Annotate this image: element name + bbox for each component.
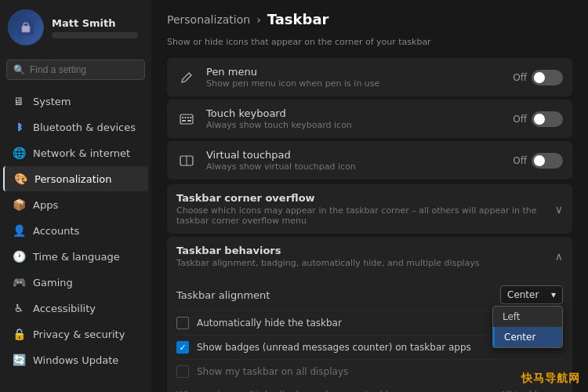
update-icon: 🔄 — [13, 354, 25, 366]
pen-menu-text: Pen menu Show pen menu icon when pen is … — [206, 66, 503, 89]
sidebar-item-label-update: Windows Update — [33, 354, 118, 366]
touch-keyboard-toggle-track[interactable] — [532, 111, 563, 127]
search-box[interactable]: 🔍 — [6, 60, 145, 80]
sidebar-item-apps[interactable]: 📦 Apps — [3, 192, 148, 217]
alignment-dropdown-menu: Left Center — [492, 306, 563, 348]
svg-rect-7 — [187, 120, 191, 122]
user-info: Matt Smith — [52, 17, 138, 38]
svg-rect-1 — [180, 114, 193, 124]
sidebar-item-update[interactable]: 🔄 Windows Update — [3, 347, 148, 372]
pen-menu-toggle[interactable]: Off — [513, 70, 563, 85]
nav-list: 🖥 System Bluetooth & devices 🌐 Network &… — [0, 85, 151, 392]
scroll-area: Show or hide icons that appear on the co… — [151, 34, 588, 392]
sidebar-item-accessibility[interactable]: ♿ Accessibility — [3, 296, 148, 321]
search-input[interactable] — [30, 64, 147, 75]
corner-overflow-chevron: ∨ — [555, 203, 563, 216]
sidebar-item-time[interactable]: 🕐 Time & language — [3, 244, 148, 269]
pen-menu-toggle-thumb — [534, 72, 545, 83]
sidebar-item-network[interactable]: 🌐 Network & internet — [3, 140, 148, 165]
time-icon: 🕐 — [13, 250, 25, 263]
alignment-dropdown-container: Center ▾ Left Center — [500, 285, 563, 304]
virtual-touchpad-subtitle: Always show virtual touchpad icon — [206, 162, 503, 172]
sidebar-item-personalization[interactable]: 🎨 Personalization — [3, 166, 148, 191]
alldisplays-checkbox[interactable] — [176, 365, 189, 378]
personalization-icon: 🎨 — [14, 172, 27, 185]
breadcrumb-sep: › — [256, 13, 261, 26]
pen-menu-title: Pen menu — [206, 66, 503, 78]
pen-menu-icon — [176, 67, 197, 88]
virtual-touchpad-icon — [176, 151, 197, 171]
main-content: Personalization › Taskbar Show or hide i… — [151, 0, 588, 392]
virtual-touchpad-toggle[interactable]: Off — [513, 153, 563, 169]
alldisplays-label: Show my taskbar on all displays — [197, 366, 348, 377]
virtual-touchpad-toggle-track[interactable] — [532, 153, 563, 169]
privacy-icon: 🔒 — [13, 328, 25, 340]
behaviors-title: Taskbar behaviors — [176, 245, 479, 256]
breadcrumb: Personalization › Taskbar — [151, 0, 588, 34]
sidebar-item-bluetooth[interactable]: Bluetooth & devices — [3, 114, 148, 140]
behaviors-header-text: Taskbar behaviors Taskbar alignment, bad… — [176, 245, 479, 268]
behaviors-content: Taskbar alignment Center ▾ Left Center — [167, 276, 572, 392]
badges-checkmark: ✓ — [179, 343, 186, 353]
badges-checkbox[interactable]: ✓ — [176, 341, 189, 354]
user-subtitle — [52, 32, 138, 38]
touch-keyboard-toggle-label: Off — [513, 114, 527, 125]
touch-keyboard-row: Touch keyboard Always show touch keyboar… — [167, 100, 572, 138]
touch-keyboard-text: Touch keyboard Always show touch keyboar… — [206, 107, 503, 130]
sidebar-item-accounts[interactable]: 👤 Accounts — [3, 218, 148, 243]
sidebar-item-label-time: Time & language — [33, 251, 120, 263]
touch-keyboard-title: Touch keyboard — [206, 107, 503, 119]
corner-overflow-title: Taskbar corner overflow — [176, 192, 555, 204]
user-badge-icon — [18, 20, 34, 35]
alignment-option-center[interactable]: Center — [493, 327, 562, 347]
alignment-dropdown-button[interactable]: Center ▾ — [500, 285, 563, 304]
user-header[interactable]: Matt Smith — [0, 0, 151, 55]
sidebar-item-label-accessibility: Accessibility — [33, 303, 96, 314]
svg-rect-4 — [187, 117, 189, 118]
alignment-selected-value: Center — [507, 289, 539, 300]
touch-keyboard-icon — [176, 109, 197, 129]
gaming-icon: 🎮 — [13, 276, 25, 289]
behaviors-header[interactable]: Taskbar behaviors Taskbar alignment, bad… — [167, 237, 572, 276]
user-name: Matt Smith — [52, 17, 138, 29]
search-icon: 🔍 — [13, 64, 25, 75]
breadcrumb-current: Taskbar — [267, 11, 329, 27]
touch-keyboard-toggle[interactable]: Off — [513, 111, 563, 127]
pen-menu-toggle-track[interactable] — [532, 70, 563, 85]
bluetooth-icon — [13, 121, 25, 133]
network-icon: 🌐 — [13, 147, 25, 159]
corner-overflow-section[interactable]: Taskbar corner overflow Choose which ico… — [167, 184, 572, 234]
alldisplays-row: Show my taskbar on all displays — [176, 360, 563, 384]
svg-rect-2 — [182, 117, 183, 118]
accounts-icon: 👤 — [13, 224, 25, 237]
virtual-touchpad-toggle-label: Off — [513, 155, 527, 166]
svg-rect-6 — [182, 120, 186, 122]
behaviors-subtitle: Taskbar alignment, badging, automaticall… — [176, 258, 479, 268]
pen-menu-toggle-label: Off — [513, 72, 527, 83]
sidebar-item-label-privacy: Privacy & security — [33, 328, 125, 340]
alignment-option-left[interactable]: Left — [493, 307, 562, 327]
svg-rect-3 — [185, 117, 187, 118]
sidebar-item-label-system: System — [33, 96, 71, 107]
pen-menu-subtitle: Show pen menu icon when pen is in use — [206, 78, 503, 89]
sidebar-item-label-apps: Apps — [33, 199, 58, 211]
badges-label: Show badges (unread messages counter) on… — [197, 342, 471, 353]
svg-rect-5 — [191, 117, 192, 118]
autohide-label: Automatically hide the taskbar — [197, 318, 342, 328]
pen-menu-row: Pen menu Show pen menu icon when pen is … — [167, 58, 572, 96]
sidebar-item-gaming[interactable]: 🎮 Gaming — [3, 270, 148, 295]
virtual-touchpad-row: Virtual touchpad Always show virtual tou… — [167, 141, 572, 180]
corner-overflow-subtitle: Choose which icons may appear in the tas… — [176, 205, 555, 226]
corner-overflow-header-text: Taskbar corner overflow Choose which ico… — [176, 192, 555, 226]
sidebar-item-label-accounts: Accounts — [33, 225, 79, 237]
autohide-checkbox[interactable] — [176, 317, 189, 329]
alignment-dropdown-chevron: ▾ — [551, 289, 556, 300]
top-description: Show or hide icons that appear on the co… — [167, 34, 572, 50]
virtual-touchpad-text: Virtual touchpad Always show virtual tou… — [206, 149, 503, 172]
behaviors-chevron: ∧ — [555, 250, 563, 263]
virtual-touchpad-title: Virtual touchpad — [206, 149, 503, 161]
accessibility-icon: ♿ — [13, 302, 25, 314]
sidebar-item-privacy[interactable]: 🔒 Privacy & security — [3, 321, 148, 347]
virtual-touchpad-toggle-thumb — [534, 155, 545, 166]
sidebar-item-system[interactable]: 🖥 System — [3, 89, 148, 114]
